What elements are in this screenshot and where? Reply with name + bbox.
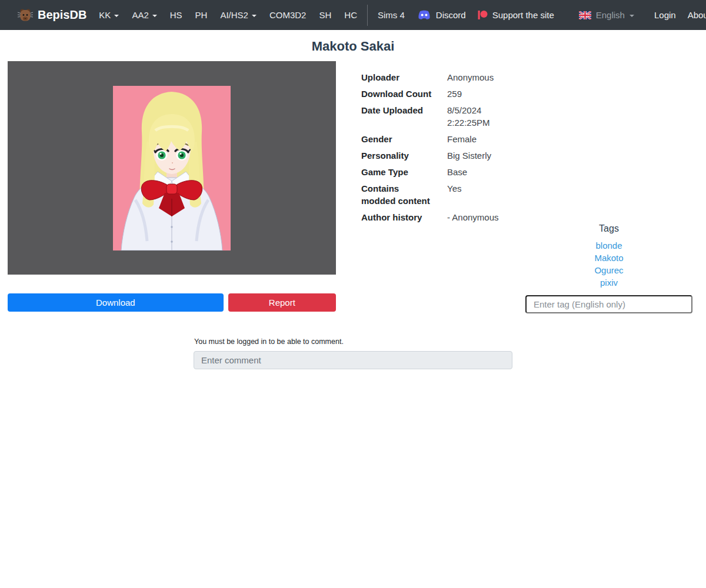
detail-label: Game Type <box>361 166 447 178</box>
detail-row-author-history: Author history - Anonymous <box>361 211 525 223</box>
detail-value: Big Sisterly <box>447 149 491 162</box>
detail-value: 8/5/2024 2:22:25PM <box>447 104 490 129</box>
detail-label: Download Count <box>361 88 447 100</box>
tag-link-blonde[interactable]: blonde <box>525 239 692 252</box>
nav-item-sh[interactable]: SH <box>312 10 338 20</box>
detail-value: 259 <box>447 88 462 100</box>
nav-item-kk[interactable]: KK <box>92 10 125 20</box>
detail-label: Author history <box>361 211 447 223</box>
login-notice: You must be logged in to be able to comm… <box>194 338 512 346</box>
tag-link-ogurec[interactable]: Ogurec <box>525 264 692 276</box>
nav-item-hc[interactable]: HC <box>338 10 364 20</box>
comments-section: You must be logged in to be able to comm… <box>194 338 512 369</box>
tags-panel: Tags blonde Makoto Ogurec pixiv <box>525 61 692 313</box>
uk-flag-icon <box>579 11 591 19</box>
tag-list: blonde Makoto Ogurec pixiv <box>525 239 692 289</box>
patreon-icon <box>478 10 488 20</box>
detail-label: Date Uploaded <box>361 104 447 129</box>
detail-row-date-uploaded: Date Uploaded 8/5/2024 2:22:25PM <box>361 104 525 129</box>
navbar: BepisDB KK AA2 HS PH AI/HS2 COM3D2 <box>0 0 706 30</box>
nav-item-aa2[interactable]: AA2 <box>125 10 163 20</box>
detail-row-download-count: Download Count 259 <box>361 88 525 100</box>
detail-value: - Anonymous <box>447 211 499 223</box>
nav-item-com3d2[interactable]: COM3D2 <box>263 10 313 20</box>
detail-row-game-type: Game Type Base <box>361 166 525 178</box>
character-image-panel <box>8 61 336 275</box>
tag-link-pixiv[interactable]: pixiv <box>525 276 692 289</box>
detail-row-uploader: Uploader Anonymous <box>361 71 525 83</box>
detail-value: Base <box>447 166 467 178</box>
detail-label: Contains modded content <box>361 182 447 207</box>
details-panel: Uploader Anonymous Download Count 259 Da… <box>336 61 525 228</box>
detail-row-gender: Gender Female <box>361 133 525 145</box>
character-card-image <box>113 86 231 250</box>
page-title: Makoto Sakai <box>0 39 706 54</box>
tag-input[interactable] <box>525 295 692 313</box>
nav-item-sims4[interactable]: Sims 4 <box>371 10 411 20</box>
report-button[interactable]: Report <box>228 293 336 312</box>
detail-row-personality: Personality Big Sisterly <box>361 149 525 162</box>
chevron-down-icon <box>114 15 119 17</box>
hamster-logo-icon <box>18 8 33 23</box>
main-content: Download Report Uploader Anonymous Downl… <box>0 61 706 313</box>
chevron-down-icon <box>252 15 257 17</box>
detail-value: Anonymous <box>447 71 494 83</box>
language-dropdown[interactable]: English <box>566 10 648 20</box>
login-link[interactable]: Login <box>648 10 682 20</box>
nav-item-hs[interactable]: HS <box>164 10 189 20</box>
nav-item-ai-hs2[interactable]: AI/HS2 <box>214 10 263 20</box>
tags-title: Tags <box>525 223 692 234</box>
nav-item-ph[interactable]: PH <box>189 10 214 20</box>
discord-link[interactable]: Discord <box>411 10 472 21</box>
detail-value: Yes <box>447 182 461 207</box>
tag-link-makoto[interactable]: Makoto <box>525 252 692 264</box>
chevron-down-icon <box>152 15 157 17</box>
brand-label: BepisDB <box>38 8 86 22</box>
detail-label: Uploader <box>361 71 447 83</box>
detail-row-modded-content: Contains modded content Yes <box>361 182 525 207</box>
comment-input[interactable] <box>194 351 512 369</box>
discord-icon <box>417 10 431 21</box>
chevron-down-icon <box>630 15 634 17</box>
support-link[interactable]: Support the site <box>472 10 566 20</box>
about-link[interactable]: About <box>682 10 706 20</box>
detail-label: Gender <box>361 133 447 145</box>
detail-value: Female <box>447 133 477 145</box>
detail-label: Personality <box>361 149 447 162</box>
brand[interactable]: BepisDB <box>18 8 86 23</box>
main-nav: KK AA2 HS PH AI/HS2 COM3D2 SH <box>92 5 411 26</box>
nav-divider <box>367 5 368 26</box>
download-button[interactable]: Download <box>8 293 224 312</box>
